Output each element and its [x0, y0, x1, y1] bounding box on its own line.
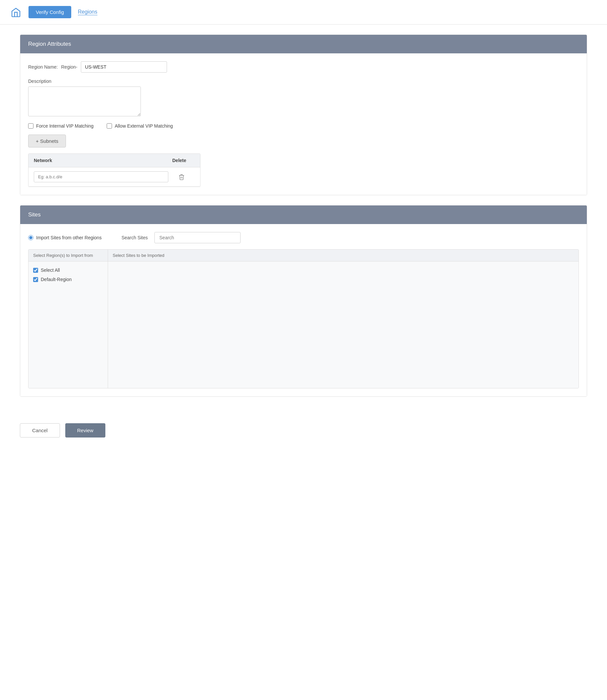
network-table: Network Delete — [28, 153, 201, 187]
region-attributes-body: Region Name: Region- Description Force I… — [20, 53, 587, 195]
description-section: Description — [28, 79, 579, 117]
import-sites-radio[interactable] — [28, 235, 34, 240]
default-region-label: Default-Region — [41, 277, 71, 282]
default-region-item: Default-Region — [33, 275, 103, 284]
network-table-row — [28, 167, 200, 187]
select-regions-column: Select Region(s) to Import from Select A… — [28, 250, 108, 388]
sites-body: Import Sites from other Regions Search S… — [20, 224, 587, 396]
network-table-header: Network Delete — [28, 154, 200, 167]
select-all-checkbox[interactable] — [33, 268, 38, 273]
network-input[interactable] — [34, 171, 168, 182]
import-sites-label: Import Sites from other Regions — [36, 235, 102, 240]
sites-options-row: Import Sites from other Regions Search S… — [28, 232, 579, 243]
review-button[interactable]: Review — [65, 423, 105, 437]
select-sites-column: Select Sites to be Imported — [108, 250, 579, 388]
select-all-label: Select All — [41, 267, 60, 273]
network-col-header: Network — [28, 154, 167, 167]
region-attributes-panel: Region Attributes Region Name: Region- D… — [20, 35, 587, 195]
main-content: Region Attributes Region Name: Region- D… — [0, 24, 607, 417]
search-sites-input[interactable] — [154, 232, 240, 243]
region-prefix: Region- — [61, 64, 78, 69]
description-label: Description — [28, 79, 579, 84]
cancel-button[interactable]: Cancel — [20, 423, 60, 437]
force-vip-item: Force Internal VIP Matching — [28, 123, 93, 129]
select-all-item: Select All — [33, 266, 103, 275]
footer-buttons: Cancel Review — [0, 417, 607, 444]
sites-panel: Sites Import Sites from other Regions Se… — [20, 205, 587, 397]
vip-matching-row: Force Internal VIP Matching Allow Extern… — [28, 123, 579, 129]
select-sites-body — [108, 262, 579, 269]
allow-vip-item: Allow External VIP Matching — [107, 123, 173, 129]
region-name-label: Region Name: — [28, 64, 58, 69]
allow-vip-label: Allow External VIP Matching — [114, 123, 173, 129]
region-attributes-header: Region Attributes — [20, 35, 587, 53]
force-vip-label: Force Internal VIP Matching — [36, 123, 93, 129]
home-icon[interactable] — [10, 6, 22, 18]
regions-link[interactable]: Regions — [78, 9, 98, 15]
select-regions-body: Select All Default-Region — [28, 262, 108, 288]
import-sites-radio-item: Import Sites from other Regions — [28, 235, 102, 240]
verify-config-button[interactable]: Verify Config — [28, 6, 71, 18]
search-sites-label: Search Sites — [122, 235, 148, 240]
sites-header: Sites — [20, 205, 587, 224]
region-name-input[interactable] — [81, 61, 167, 73]
delete-col-header: Delete — [167, 154, 200, 167]
select-sites-header: Select Sites to be Imported — [108, 250, 579, 262]
subnets-button[interactable]: + Subnets — [28, 135, 66, 147]
region-name-row: Region Name: Region- — [28, 61, 579, 73]
header: Verify Config Regions — [0, 0, 607, 24]
import-columns: Select Region(s) to Import from Select A… — [28, 249, 579, 388]
delete-row-button[interactable] — [168, 174, 195, 180]
select-regions-header: Select Region(s) to Import from — [28, 250, 108, 262]
description-textarea[interactable] — [28, 86, 141, 116]
default-region-checkbox[interactable] — [33, 277, 38, 282]
force-vip-checkbox[interactable] — [28, 123, 34, 129]
allow-vip-checkbox[interactable] — [107, 123, 112, 129]
